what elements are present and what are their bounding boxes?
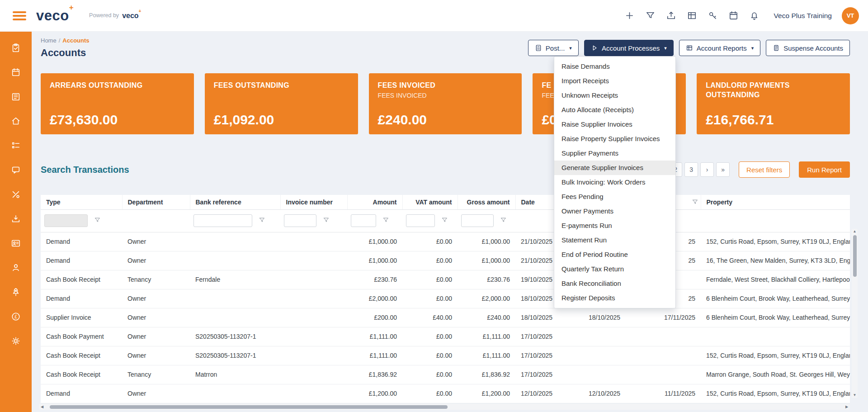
cell-date-3 (646, 365, 701, 384)
cell-date-2: 12/10/2025 (583, 384, 646, 403)
scroll-left-arrow[interactable]: ◀ (39, 404, 45, 410)
dropdown-item[interactable]: Import Receipts (554, 74, 675, 88)
dropdown-item[interactable]: End of Period Routine (554, 247, 675, 262)
dropdown-item[interactable]: Raise Demands (554, 59, 675, 74)
dropdown-item[interactable]: Quarterly Tax Return (554, 262, 675, 276)
filter-indicator-icon[interactable] (692, 199, 698, 207)
dropdown-item[interactable]: Raise Supplier Invoices (554, 117, 675, 132)
bank-reference-filter-funnel-button[interactable] (258, 216, 266, 226)
column-header-department[interactable]: Department (122, 195, 190, 209)
invoice-number-filter-funnel-button[interactable] (322, 216, 330, 226)
table-row[interactable]: Demand Owner £1,000.00 £0.00 £1,000.00 2… (41, 232, 850, 251)
table-row[interactable]: Demand Owner £2,000.00 £0.00 £2,000.00 1… (41, 289, 850, 308)
calculator-icon (535, 44, 542, 52)
breadcrumb-home[interactable]: Home (41, 37, 57, 44)
table-row[interactable]: Cash Book Receipt Tenancy Ferndale £230.… (41, 270, 850, 289)
sidebar-chat-button[interactable] (8, 164, 24, 176)
vertical-scroll-thumb[interactable] (853, 235, 857, 277)
column-header-gross-amount[interactable]: Gross amount (458, 195, 515, 209)
export-button[interactable] (663, 7, 680, 24)
sidebar-home-button[interactable] (8, 115, 24, 127)
column-header-amount[interactable]: Amount (347, 195, 402, 209)
avatar[interactable]: VT (842, 7, 859, 24)
scroll-up-arrow[interactable]: ▲ (852, 229, 858, 234)
table-row[interactable]: Cash Book Payment Owner S20250305-113207… (41, 327, 850, 346)
post-button[interactable]: Post... ▾ (528, 40, 579, 56)
sidebar-calendar-button[interactable] (8, 66, 24, 78)
dropdown-item[interactable]: Bank Reconciliation (554, 276, 675, 291)
account-reports-button[interactable]: Account Reports ▾ (679, 40, 760, 56)
column-header-vat-amount[interactable]: VAT amount (402, 195, 458, 209)
type-filter-input[interactable] (44, 214, 88, 227)
run-report-button[interactable]: Run Report (799, 161, 850, 178)
amount-filter-input[interactable] (351, 214, 376, 227)
cell-type: Supplier Invoice (41, 308, 122, 327)
column-header-invoice-number[interactable]: Invoice number (280, 195, 347, 209)
horizontal-scroll-thumb[interactable] (50, 405, 448, 409)
sidebar-download-button[interactable] (8, 213, 24, 225)
key-button[interactable] (704, 7, 722, 24)
dropdown-item[interactable]: Generate Supplier Invoices (554, 161, 675, 175)
bank-reference-filter-input[interactable] (193, 214, 252, 227)
horizontal-scrollbar[interactable]: ◀ ▶ (39, 404, 850, 410)
last-page-button[interactable]: » (716, 162, 730, 177)
table-row[interactable]: Demand Owner £1,000.00 £0.00 £1,000.00 2… (41, 251, 850, 270)
sidebar-tools-button[interactable] (8, 188, 24, 200)
table-row[interactable]: Cash Book Receipt Tenancy Matrron £1,836… (41, 365, 850, 384)
gross-amount-filter-input[interactable] (461, 214, 494, 227)
sidebar-tasks-button[interactable] (8, 42, 24, 54)
table-row[interactable]: Supplier Invoice Owner £200.00 £40.00 £2… (41, 308, 850, 327)
dropdown-item[interactable]: Fees Pending (554, 189, 675, 204)
cell-type: Demand (41, 289, 122, 308)
filter-button[interactable] (642, 7, 659, 24)
scroll-down-arrow[interactable]: ▼ (852, 393, 858, 398)
vat-amount-filter-funnel-button[interactable] (440, 216, 449, 226)
cell-bank-reference: S20250305-113207-1 (190, 346, 280, 365)
reset-filters-button[interactable]: Reset filters (739, 161, 790, 178)
dropdown-item[interactable]: Statement Run (554, 233, 675, 247)
sidebar-accounts-button[interactable]: £ (8, 310, 24, 322)
dropdown-item[interactable]: Register Deposits (554, 291, 675, 305)
sidebar-checklist-button[interactable] (8, 139, 24, 152)
type-filter-funnel-button[interactable] (93, 216, 102, 226)
dropdown-item[interactable]: Owner Payments (554, 204, 675, 218)
cell-amount: £1,200.00 (347, 384, 402, 403)
next-page-button[interactable]: › (700, 162, 714, 177)
account-processes-button[interactable]: Account Processes ▾ (584, 40, 674, 56)
gross-amount-filter-funnel-button[interactable] (499, 216, 508, 226)
dropdown-item[interactable]: Bulk Invoicing: Work Orders (554, 175, 675, 189)
dropdown-item[interactable]: E-payments Run (554, 218, 675, 233)
dropdown-item[interactable]: Supplier Payments (554, 146, 675, 161)
invoice-number-filter-input[interactable] (284, 214, 316, 227)
column-header-type[interactable]: Type (41, 195, 122, 209)
calendar-button[interactable] (725, 7, 742, 24)
amount-filter-funnel-button[interactable] (382, 216, 390, 226)
sidebar-rocket-button[interactable] (8, 286, 24, 298)
dropdown-item[interactable]: Unknown Receipts (554, 88, 675, 103)
page-button[interactable]: 3 (684, 162, 698, 177)
dropdown-item[interactable]: Auto Allocate (Receipts) (554, 103, 675, 117)
play-icon (591, 44, 598, 52)
vertical-scrollbar[interactable]: ▲ ▼ (852, 229, 858, 398)
vat-amount-filter-input[interactable] (406, 214, 435, 227)
scroll-right-arrow[interactable]: ▶ (844, 404, 850, 410)
notifications-button[interactable] (746, 7, 763, 24)
kpi-card: FEES INVOICED FEES INVOICED £240.00 (369, 73, 522, 134)
cell-date: 17/10/2025 (515, 365, 583, 384)
sidebar-people-button[interactable] (8, 261, 24, 274)
table-row[interactable]: Cash Book Receipt Owner S20250305-113207… (41, 346, 850, 365)
sidebar-ledger-button[interactable] (8, 90, 24, 103)
sidebar-settings-button[interactable] (8, 335, 24, 347)
sidebar-contacts-button[interactable] (8, 237, 24, 249)
column-header-property[interactable]: Property (701, 195, 850, 209)
dropdown-item[interactable]: Raise Property Supplier Invoices (554, 132, 675, 146)
tools-icon (11, 189, 21, 200)
menu-toggle-button[interactable] (13, 10, 26, 21)
add-button[interactable] (621, 7, 638, 24)
add-icon (624, 10, 635, 21)
column-header-bank-reference[interactable]: Bank reference (190, 195, 280, 209)
table-view-button[interactable] (684, 7, 701, 24)
cell-property: Marron Grange, South Road, St. Georges H… (701, 365, 850, 384)
table-row[interactable]: Demand Owner £1,200.00 £0.00 £1,200.00 1… (41, 384, 850, 403)
suspense-accounts-button[interactable]: Suspense Accounts (766, 40, 850, 56)
